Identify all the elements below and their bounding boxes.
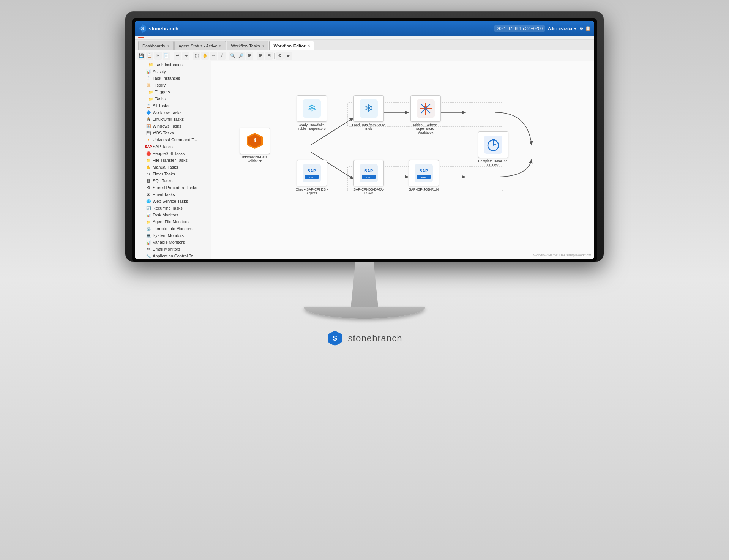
wf-node-sap-ibp[interactable]: SAP IBP SAP-IBP-JOB-RUN — [409, 160, 439, 191]
sidebar-item-task-instances[interactable]: 📋 Task Instances — [135, 75, 211, 82]
sidebar-label-history: History — [153, 83, 166, 87]
wf-node-label-informatica: Informatica-Data Validation — [238, 155, 272, 163]
toolbar-zoom-out[interactable]: 🔎 — [237, 52, 245, 60]
sidebar-item-linux-unix[interactable]: 🐧 Linux/Unix Tasks — [135, 116, 211, 123]
wf-node-label-sap-load: SAP-CPI-DS-DATA-LOAD — [352, 188, 386, 195]
sidebar-label-peoplesoft: PeopleSoft Tasks — [153, 151, 185, 156]
workflow-footer: Workflow Name: UACsampleworkflow — [533, 253, 591, 257]
logo-hex: S — [138, 24, 147, 33]
sidebar-item-history[interactable]: 📜 History — [135, 82, 211, 88]
toolbar-grid[interactable]: ⊞ — [257, 52, 264, 60]
sidebar-label-universal-command: Universal Command T... — [153, 137, 197, 142]
tab-workflow-editor[interactable]: Workflow Editor ✕ — [269, 41, 314, 50]
sidebar-item-activity[interactable]: 📊 Activity — [135, 68, 211, 75]
sidebar-item-recurring[interactable]: 🔄 Recurring Tasks — [135, 205, 211, 211]
wf-node-label-sap-check: Check-SAP-CPI DS -Agents — [295, 188, 329, 195]
toolbar-copy[interactable]: 📋 — [146, 52, 153, 60]
screen: S stonebranch 2021-07-08 15:32 +0200 Adm… — [135, 21, 594, 259]
toolbar-select[interactable]: ⬚ — [193, 52, 200, 60]
sidebar-item-zos[interactable]: 💾 z/OS Tasks — [135, 129, 211, 136]
sidebar-item-timer[interactable]: ⏱ Timer Tasks — [135, 170, 211, 177]
toolbar-save[interactable]: 💾 — [137, 52, 145, 60]
header-icon-1[interactable]: ⚙ — [579, 26, 584, 31]
sep4 — [255, 53, 255, 59]
tab-agent-status[interactable]: Agent Status - Active ✕ — [174, 41, 226, 50]
zos-icon: 💾 — [146, 130, 151, 136]
folder-icon-tasks: 📁 — [148, 96, 153, 101]
toolbar-cut[interactable]: ✂ — [154, 52, 162, 60]
wf-node-sap-load[interactable]: SAP CPI SAP-CPI-DS-DATA-LOAD — [352, 160, 386, 195]
toolbar-layout[interactable]: ⊟ — [265, 52, 273, 60]
toolbar-redo[interactable]: ↪ — [182, 52, 189, 60]
sidebar-item-manual[interactable]: ✋ Manual Tasks — [135, 164, 211, 170]
logo-name: stonebranch — [149, 26, 178, 32]
sidebar-label-sap: SAP Tasks — [153, 144, 173, 149]
toolbar-hand[interactable]: ✋ — [201, 52, 209, 60]
svg-text:CPI: CPI — [366, 176, 371, 179]
sidebar-label-task-instances: Task Instances — [155, 62, 183, 67]
tab-close-workflow-tasks[interactable]: ✕ — [261, 44, 264, 48]
monitor-stand-neck — [342, 262, 387, 307]
header-icon-2[interactable]: 📋 — [585, 26, 591, 31]
wf-node-box-sap-load: SAP CPI — [353, 160, 384, 186]
workflow-tasks-icon: 🔷 — [146, 110, 151, 115]
file-transfer-icon: 📁 — [146, 158, 151, 163]
main-layout: − 📁 Task Instances 📊 Activity 📋 Task Ins… — [135, 61, 594, 259]
sidebar-section-task-instances[interactable]: − 📁 Task Instances — [135, 61, 211, 68]
sidebar-item-stored-procedure[interactable]: ⚙ Stored Procedure Tasks — [135, 184, 211, 191]
sidebar-item-email-monitors[interactable]: ✉ Email Monitors — [135, 246, 211, 252]
toolbar-fit[interactable]: ⊞ — [246, 52, 253, 60]
sidebar-label-windows: Windows Tasks — [153, 124, 181, 128]
tab-close-workflow-editor[interactable]: ✕ — [307, 44, 310, 48]
sidebar-item-sap[interactable]: SAP SAP Tasks — [135, 143, 211, 150]
variable-monitors-icon: 📊 — [146, 240, 151, 245]
sidebar-section-tasks[interactable]: − 📁 Tasks — [135, 95, 211, 102]
sidebar-item-sql[interactable]: 🗄 SQL Tasks — [135, 177, 211, 184]
sidebar-item-system-monitors[interactable]: 💻 System Monitors — [135, 232, 211, 239]
toolbar-paste[interactable]: 📄 — [163, 52, 170, 60]
sidebar-section-triggers[interactable]: + 📁 Triggers — [135, 88, 211, 95]
universal-icon: 🔸 — [146, 137, 151, 142]
sidebar-item-task-monitors[interactable]: 📊 Task Monitors — [135, 211, 211, 218]
sidebar-label-workflow-tasks: Workflow Tasks — [153, 110, 181, 115]
wf-node-azure-blob[interactable]: ❄ Load Data from Azure Blob — [352, 95, 386, 131]
sidebar-item-variable-monitors[interactable]: 📊 Variable Monitors — [135, 239, 211, 246]
wf-node-box-tableau: ✦ — [410, 95, 441, 122]
sidebar-item-workflow-tasks[interactable]: 🔷 Workflow Tasks — [135, 109, 211, 116]
sidebar-item-remote-file[interactable]: 📡 Remote File Monitors — [135, 225, 211, 232]
toolbar-pencil[interactable]: ✏ — [210, 52, 217, 60]
sidebar-label-all-tasks: All Tasks — [153, 103, 169, 108]
sidebar-item-agent-file[interactable]: 📁 Agent File Monitors — [135, 218, 211, 225]
wf-node-box-complete — [478, 131, 508, 158]
wf-node-complete[interactable]: Complete-DataOps-Process — [476, 131, 510, 167]
toolbar-play[interactable]: ▶ — [284, 52, 292, 60]
toolbar-line[interactable]: ╱ — [218, 52, 226, 60]
wf-node-label-complete: Complete-DataOps-Process — [476, 159, 510, 167]
toolbar-zoom-in[interactable]: 🔍 — [229, 52, 237, 60]
remote-file-icon: 📡 — [146, 226, 151, 231]
tab-close-agent-status[interactable]: ✕ — [219, 44, 222, 48]
toolbar-settings[interactable]: ⚙ — [276, 52, 284, 60]
tab-workflow-tasks[interactable]: Workflow Tasks ✕ — [227, 41, 268, 50]
tab-close-dashboards[interactable]: ✕ — [166, 44, 169, 48]
svg-text:CPI: CPI — [309, 176, 314, 179]
sidebar-item-web-service[interactable]: 🌐 Web Service Tasks — [135, 198, 211, 205]
sidebar-item-file-transfer[interactable]: 📁 File Transfer Tasks — [135, 157, 211, 164]
wf-node-informatica[interactable]: ℹ Informatica-Data Validation — [238, 128, 272, 163]
wf-node-snowflake[interactable]: ❄ Ready-Snowflake-Table - Superstore — [295, 95, 329, 131]
toolbar-undo[interactable]: ↩ — [174, 52, 181, 60]
timer-icon: ⏱ — [146, 171, 151, 177]
sep5 — [274, 53, 275, 59]
sidebar-item-universal-command[interactable]: 🔸 Universal Command T... — [135, 136, 211, 143]
sidebar-item-peoplesoft[interactable]: 🔴 PeopleSoft Tasks — [135, 150, 211, 157]
wf-node-tableau[interactable]: ✦ Tableau-Refresh-Super Store-Workbook — [409, 95, 443, 134]
wf-node-sap-check[interactable]: SAP CPI Check-SAP-CPI DS -Agents — [295, 160, 329, 195]
sidebar-item-all-tasks[interactable]: 📋 All Tasks — [135, 102, 211, 109]
sidebar-item-email-tasks[interactable]: ✉ Email Tasks — [135, 191, 211, 198]
workflow-canvas[interactable]: ℹ Informatica-Data Validation ❄ — [211, 61, 594, 259]
tab-dashboards[interactable]: Dashboards ✕ — [138, 41, 174, 50]
header-user[interactable]: Administrator ▾ — [548, 26, 576, 31]
sidebar-item-app-control[interactable]: 🔧 Application Control Ta... — [135, 252, 211, 259]
sidebar-item-windows[interactable]: 🪟 Windows Tasks — [135, 123, 211, 129]
version-bar — [135, 36, 594, 40]
